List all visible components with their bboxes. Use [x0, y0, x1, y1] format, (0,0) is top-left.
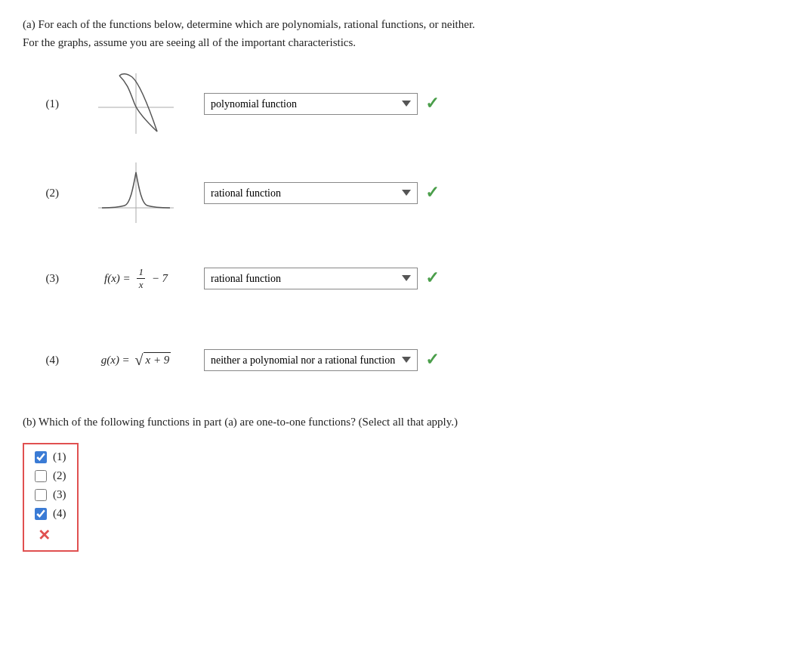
function-row-4: (4) g(x) = √ x + 9 polynomial function r… [23, 330, 789, 390]
fn-number-4: (4) [23, 354, 68, 367]
fn-select-wrapper-1: polynomial function rational function ne… [204, 93, 439, 115]
fn-select-wrapper-2: polynomial function rational function ne… [204, 182, 439, 204]
sqrt-wrapper: √ x + 9 [135, 352, 171, 368]
fn-number-2: (2) [23, 187, 68, 200]
checkmark-3: ✓ [425, 268, 439, 288]
fraction-1: 1 x [137, 266, 145, 290]
intro-text: (a) For each of the functions below, det… [23, 15, 789, 51]
error-row: ✕ [35, 526, 66, 544]
checkbox-2[interactable] [35, 470, 47, 482]
checkbox-row-4: (4) [35, 507, 66, 520]
function-row-2: (2) polynomial function rational functio… [23, 159, 789, 227]
formula-text-4: g(x) = √ x + 9 [101, 352, 171, 368]
checkbox-label-4: (4) [53, 507, 66, 520]
checkbox-3[interactable] [35, 489, 47, 501]
checkmark-4: ✓ [425, 350, 439, 370]
fn-select-2[interactable]: polynomial function rational function ne… [204, 182, 418, 204]
fn-number-3: (3) [23, 272, 68, 285]
checkbox-4[interactable] [35, 508, 47, 520]
checkbox-row-3: (3) [35, 488, 66, 501]
function-row-3: (3) f(x) = 1 x − 7 polynomial function r… [23, 248, 789, 308]
fn-number-1: (1) [23, 97, 68, 110]
checkbox-label-1: (1) [53, 450, 66, 463]
checkmark-2: ✓ [425, 183, 439, 203]
fn-select-1[interactable]: polynomial function rational function ne… [204, 93, 418, 115]
fn-select-wrapper-3: polynomial function rational function ne… [204, 268, 439, 289]
intro-line2: For the graphs, assume you are seeing al… [23, 33, 789, 51]
fn-select-wrapper-4: polynomial function rational function ne… [204, 349, 439, 371]
checkbox-row-2: (2) [35, 469, 66, 482]
graph-1 [91, 70, 181, 138]
function-row-1: (1) polynomial function rational functio… [23, 70, 789, 138]
checkbox-label-2: (2) [53, 469, 66, 482]
part-b: (b) Which of the following functions in … [23, 413, 789, 559]
part-a: (1) polynomial function rational functio… [23, 70, 789, 390]
fn-formula-4: g(x) = √ x + 9 [68, 352, 204, 368]
part-b-title: (b) Which of the following functions in … [23, 413, 789, 431]
fn-select-4[interactable]: polynomial function rational function ne… [204, 349, 418, 371]
fn-visual-1 [68, 70, 204, 138]
checkbox-label-3: (3) [53, 488, 66, 501]
fn-formula-3: f(x) = 1 x − 7 [68, 266, 204, 290]
checkbox-1[interactable] [35, 451, 47, 463]
fn-visual-2 [68, 159, 204, 227]
checkmark-1: ✓ [425, 94, 439, 113]
fn-select-3[interactable]: polynomial function rational function ne… [204, 268, 418, 289]
error-x-mark: ✕ [38, 526, 51, 544]
checkbox-row-1: (1) [35, 450, 66, 463]
intro-line1: (a) For each of the functions below, det… [23, 15, 789, 33]
formula-text-3: f(x) = 1 x − 7 [104, 266, 168, 290]
graph-2 [91, 159, 181, 227]
checkbox-group: (1) (2) (3) (4) ✕ [23, 443, 79, 552]
